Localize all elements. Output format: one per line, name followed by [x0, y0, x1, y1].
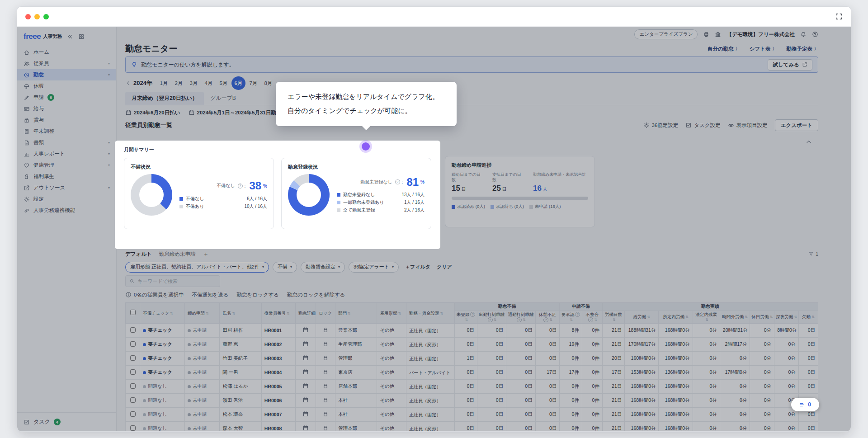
- app-content: freee 人事労務 ホーム従業員▾勤怠▾休暇申請6給与賞与年末調整書類▾人事レ…: [17, 27, 851, 431]
- tour-spotlight-panel: 月間サマリー 不備状況不備なし?:38%不備なし6人 / 16人不備あり10人 …: [115, 141, 440, 249]
- chart-headline: 不備なし?:38%: [179, 179, 267, 192]
- fullscreen-icon[interactable]: [835, 13, 843, 20]
- chart-headline: 勤怠未登録なし?:81%: [337, 176, 425, 188]
- legend-item: 一部勤怠未登録あり1人 / 16人: [337, 199, 425, 207]
- donut-chart: [131, 174, 172, 216]
- legend-item: 不備あり10人 / 16人: [179, 203, 267, 210]
- tour-tooltip: エラーや未登録勤怠をリアルタイムでグラフ化。 自分のタイミングでチェックが可能に…: [276, 82, 457, 126]
- legend-item: 不備なし6人 / 16人: [179, 195, 267, 203]
- legend-item: 勤怠未登録なし13人 / 16人: [337, 191, 425, 199]
- help-icon[interactable]: ?: [238, 184, 243, 188]
- task-fab[interactable]: 0: [791, 398, 819, 411]
- tour-beacon[interactable]: [362, 142, 370, 151]
- minimize-window-button[interactable]: [34, 14, 40, 19]
- window-titlebar: [17, 7, 851, 27]
- help-icon[interactable]: ?: [395, 179, 400, 184]
- traffic-lights: [25, 14, 49, 19]
- summary-title: 月間サマリー: [124, 146, 431, 153]
- donut-chart: [288, 174, 330, 216]
- tooltip-line: 自分のタイミングでチェックが可能に。: [288, 104, 445, 118]
- chart-title: 勤怠登録状況: [288, 164, 425, 170]
- tooltip-line: エラーや未登録勤怠をリアルタイムでグラフ化。: [288, 90, 445, 104]
- fab-count: 0: [808, 401, 811, 408]
- zoom-window-button[interactable]: [43, 14, 49, 19]
- summary-chart-card-2: 勤怠登録状況勤怠未登録なし?:81%勤怠未登録なし13人 / 16人一部勤怠未登…: [281, 158, 431, 229]
- app-window: freee 人事労務 ホーム従業員▾勤怠▾休暇申請6給与賞与年末調整書類▾人事レ…: [17, 6, 851, 432]
- summary-chart-card-1: 不備状況不備なし?:38%不備なし6人 / 16人不備あり10人 / 16人: [124, 158, 274, 229]
- chart-legend: 勤怠未登録なし13人 / 16人一部勤怠未登録あり1人 / 16人全て勤怠未登録…: [337, 191, 425, 214]
- chart-legend: 不備なし6人 / 16人不備あり10人 / 16人: [179, 195, 267, 210]
- list-icon: [799, 402, 805, 408]
- close-window-button[interactable]: [25, 14, 31, 19]
- chart-title: 不備状況: [131, 164, 267, 170]
- legend-item: 全て勤怠未登録2人 / 16人: [337, 207, 425, 214]
- summary-cards: 不備状況不備なし?:38%不備なし6人 / 16人不備あり10人 / 16人勤怠…: [124, 158, 431, 229]
